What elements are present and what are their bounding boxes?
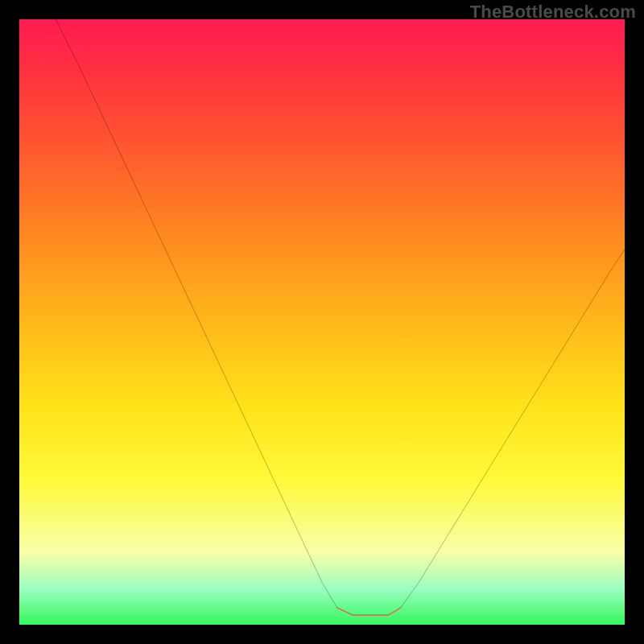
bottleneck-curve (56, 19, 625, 615)
gradient-plot-area (19, 19, 625, 625)
watermark-text: TheBottleneck.com (470, 2, 636, 23)
optimal-range-highlight (337, 608, 401, 615)
chart-frame: TheBottleneck.com (0, 0, 644, 644)
chart-svg (19, 19, 625, 625)
